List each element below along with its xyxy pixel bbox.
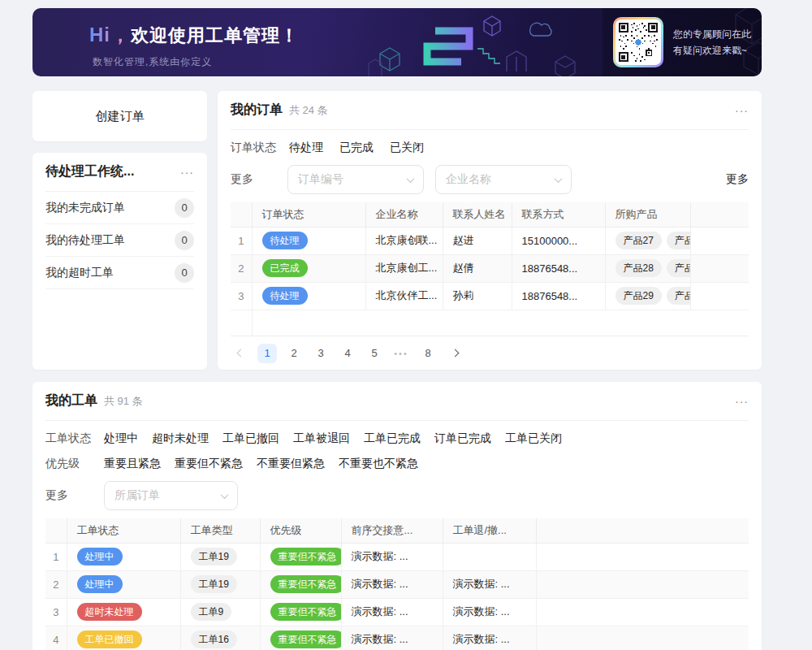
withdraw-cell: [443, 543, 536, 570]
ticket-type-tag: 工单16: [191, 630, 237, 648]
more-filters-label: 更多: [45, 488, 104, 503]
chevron-down-icon: [221, 491, 229, 499]
more-link[interactable]: 更多: [726, 172, 749, 187]
handover-cell: 演示数据: ...: [341, 570, 443, 598]
orders-panel-title: 我的订单: [231, 102, 283, 119]
order-no-select[interactable]: 订单编号: [287, 165, 424, 194]
column-header-extra: [536, 518, 749, 543]
pagination-page-1[interactable]: 1: [257, 344, 277, 363]
pagination-next-button[interactable]: [445, 344, 464, 363]
handover-cell: 演示数据: ...: [341, 543, 443, 570]
column-header-company: 企业名称: [365, 202, 443, 227]
row-index: 4: [45, 626, 67, 650]
stat-count-badge: 0: [175, 231, 194, 250]
product-tag: 产品: [667, 259, 690, 277]
product-tag: 产品29: [615, 287, 662, 305]
filter-option-closed[interactable]: 已关闭: [390, 141, 424, 155]
orders-panel: 我的订单 共 24 条 ··· 订单状态 待处理 已完成 已关闭 更多 订单编号: [218, 91, 762, 370]
create-order-button[interactable]: 创建订单: [32, 91, 207, 141]
row-index: 1: [231, 227, 252, 254]
table-row[interactable]: 1 待处理 北京康创联... 赵进 15100000... 产品27产品: [231, 227, 749, 254]
pagination-page-8[interactable]: 8: [418, 344, 438, 363]
stat-row-pending-tickets[interactable]: 我的待处理工单 0: [45, 224, 194, 257]
stat-row-overdue-tickets[interactable]: 我的超时工单 0: [45, 257, 194, 289]
column-header-priority: 优先级: [260, 518, 341, 543]
tickets-more-filter-row: 更多 所属订单: [45, 481, 749, 510]
table-row[interactable]: 3 待处理 北京伙伴工... 孙莉 18876548... 产品29产品: [231, 282, 749, 310]
product-tag: 产品: [667, 287, 690, 305]
filter-option-pending[interactable]: 待处理: [289, 141, 323, 155]
filter-option-important-urgent[interactable]: 重要且紧急: [104, 457, 161, 471]
column-header-withdraw: 工单退/撤...: [443, 518, 536, 543]
ticket-order-select[interactable]: 所属订单: [104, 481, 238, 510]
filter-option-order-done[interactable]: 订单已完成: [434, 431, 491, 446]
filter-option-ticket-done[interactable]: 工单已完成: [364, 431, 421, 446]
chevron-down-icon: [407, 175, 415, 183]
chevron-down-icon: [555, 175, 563, 183]
orders-more-filter-row: 更多 订单编号 企业名称 更多: [231, 165, 749, 194]
qr-caption-line1: 您的专属顾问在此: [673, 26, 751, 42]
contact-cell: 赵进: [443, 227, 512, 254]
tickets-count: 共 91 条: [104, 394, 143, 409]
more-actions-icon[interactable]: ···: [180, 167, 194, 178]
qr-panel: 您的专属顾问在此 有疑问欢迎来戳~: [603, 8, 762, 76]
pagination-page-4[interactable]: 4: [338, 344, 357, 363]
filter-option-overdue[interactable]: 超时未处理: [152, 431, 209, 446]
more-filters-label: 更多: [231, 172, 287, 187]
chevron-left-icon: [236, 349, 244, 358]
product-tag: 产品27: [615, 232, 662, 249]
banner-isometric-decoration: [364, 8, 591, 76]
status-badge: 处理中: [77, 548, 123, 566]
product-tag: 产品: [667, 232, 690, 249]
more-actions-icon[interactable]: ···: [735, 105, 749, 116]
table-row[interactable]: 4 工单已撤回 工单16 重要但不紧急 演示数据: ... 演示数据: ...: [45, 626, 749, 650]
filter-label: 工单状态: [45, 431, 104, 446]
contact-cell: 孙莉: [443, 282, 512, 310]
table-empty-space: [231, 310, 749, 336]
sidebar: 创建订单 待处理工作统... ··· 我的未完成订单 0 我的待处理工单 0 我…: [32, 91, 207, 370]
banner-greeting-hi: Hi，: [89, 24, 131, 46]
pagination-ellipsis[interactable]: •••: [391, 344, 411, 363]
stat-label: 我的待处理工单: [45, 233, 125, 248]
priority-badge: 重要但不紧急: [270, 548, 342, 566]
column-header-handover: 前序交接意...: [341, 518, 443, 543]
column-header-products: 所购产品: [605, 202, 690, 227]
column-header-status: 工单状态: [67, 518, 180, 543]
pagination-prev-button[interactable]: [231, 344, 250, 363]
filter-option-recalled[interactable]: 工单已撤回: [222, 431, 279, 446]
table-row[interactable]: 1 处理中 工单19 重要但不紧急 演示数据: ...: [45, 543, 749, 570]
filter-option-returned[interactable]: 工单被退回: [293, 431, 350, 446]
qr-code-inner: [615, 20, 661, 65]
status-badge: 超时未处理: [77, 603, 142, 621]
phone-cell: 18876548...: [512, 254, 605, 282]
filter-option-notimportant-urgent[interactable]: 不重要但紧急: [257, 457, 325, 471]
column-header: [45, 518, 67, 543]
ticket-type-tag: 工单9: [191, 603, 232, 621]
row-index: 1: [45, 543, 67, 570]
table-row[interactable]: 2 已完成 北京康创工... 赵倩 18876548... 产品28产品: [231, 254, 749, 282]
qr-caption: 您的专属顾问在此 有疑问欢迎来戳~: [673, 26, 751, 58]
filter-option-notimportant-noturgent[interactable]: 不重要也不紧急: [339, 457, 418, 471]
filter-option-processing[interactable]: 处理中: [104, 431, 138, 446]
column-header-phone: 联系方式: [512, 202, 605, 227]
stat-row-unfinished-orders[interactable]: 我的未完成订单 0: [45, 192, 194, 224]
pagination-page-3[interactable]: 3: [311, 344, 330, 363]
more-actions-icon[interactable]: ···: [735, 396, 749, 407]
company-cell: 北京康创联...: [365, 227, 443, 254]
pagination-page-2[interactable]: 2: [284, 344, 304, 363]
banner-text: Hi，欢迎使用工单管理！ 数智化管理,系统由你定义: [89, 22, 299, 69]
table-row[interactable]: 2 处理中 工单19 重要但不紧急 演示数据: ... 演示数据: ...: [45, 570, 749, 598]
filter-option-completed[interactable]: 已完成: [339, 141, 374, 155]
filter-option-ticket-closed[interactable]: 工单已关闭: [505, 431, 562, 446]
status-badge: 工单已撤回: [77, 630, 142, 648]
company-select[interactable]: 企业名称: [435, 165, 572, 194]
welcome-banner: Hi，欢迎使用工单管理！ 数智化管理,系统由你定义: [32, 8, 762, 76]
pagination-page-5[interactable]: 5: [365, 344, 384, 363]
filter-option-important-noturgent[interactable]: 重要但不紧急: [175, 457, 243, 471]
company-cell: 北京伙伴工...: [365, 282, 443, 310]
tickets-panel-title: 我的工单: [45, 392, 97, 410]
row-index: 2: [45, 570, 67, 598]
table-row[interactable]: 3 超时未处理 工单9 重要但不紧急 演示数据: ... 演示数据: ...: [45, 598, 749, 626]
handover-cell: 演示数据: ...: [341, 598, 443, 626]
banner-subtitle: 数智化管理,系统由你定义: [93, 55, 299, 69]
